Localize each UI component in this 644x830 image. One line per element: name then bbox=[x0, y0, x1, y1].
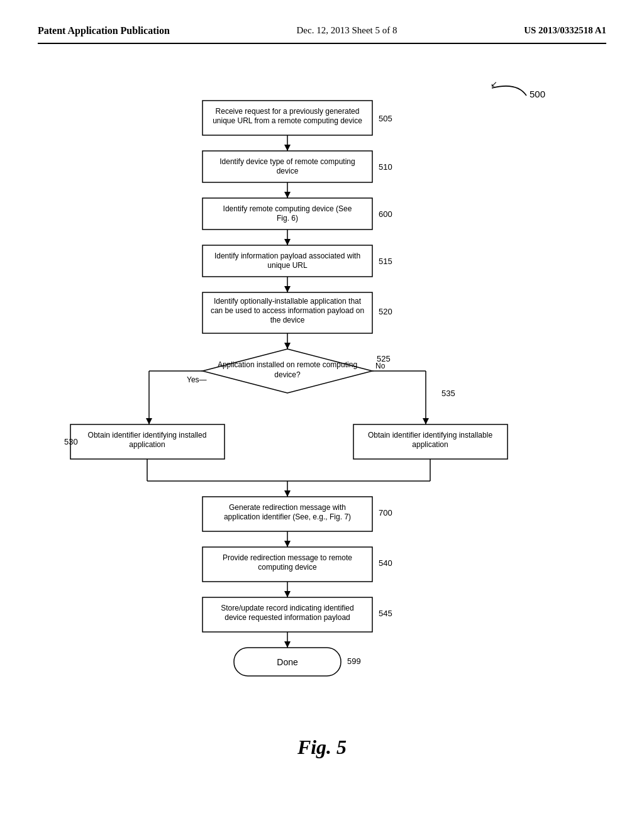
node-520-text1: Identify optionally-installable applicat… bbox=[214, 297, 362, 306]
node-600-label: 600 bbox=[379, 209, 392, 219]
node-510-label: 510 bbox=[379, 162, 392, 172]
node-505-label: 505 bbox=[379, 114, 392, 123]
node-520-label: 520 bbox=[379, 307, 392, 316]
node-530-text2: application bbox=[129, 440, 165, 449]
node-525-text2: device? bbox=[274, 370, 301, 379]
node-540-label: 540 bbox=[379, 558, 392, 568]
page-header: Patent Application Publication Dec. 12, … bbox=[38, 25, 606, 36]
node-599-label: 599 bbox=[347, 656, 361, 666]
yes-label: Yes— bbox=[187, 375, 207, 384]
node-515-label: 515 bbox=[379, 257, 392, 266]
node-520-text2: can be used to access information payloa… bbox=[211, 306, 364, 315]
page: Patent Application Publication Dec. 12, … bbox=[0, 0, 644, 830]
arrow-600-515-head bbox=[284, 239, 291, 245]
node-530-label: 530 bbox=[64, 437, 78, 446]
node-700-text1: Generate redirection message with bbox=[229, 503, 346, 512]
node-700-text2: application identifier (See, e.g., Fig. … bbox=[224, 512, 351, 521]
node-545-text2: device requested information payload bbox=[225, 613, 350, 622]
node-535-text2: application bbox=[412, 440, 448, 449]
arrow-no-head bbox=[423, 418, 429, 424]
node-700-label: 700 bbox=[379, 508, 392, 517]
node-600-text: Identify remote computing device (See bbox=[223, 204, 352, 213]
node-599-text: Done bbox=[277, 657, 298, 667]
arrow-505-510-head bbox=[284, 145, 291, 151]
node-505-text: Receive request for a previously generat… bbox=[216, 107, 360, 116]
diagram-ref-label: 500 bbox=[530, 89, 545, 99]
arrow-545-599-head bbox=[284, 641, 291, 648]
header-title: Patent Application Publication bbox=[38, 25, 170, 36]
node-515-text: Identify information payload associated … bbox=[214, 252, 360, 260]
node-520-text3: the device bbox=[270, 316, 305, 324]
arrow-yes-head bbox=[146, 418, 152, 424]
node-510-text2: device bbox=[277, 167, 299, 175]
arrow-515-520-head bbox=[284, 286, 291, 292]
flowchart-area: 500 ↙ Receive request for a previously g… bbox=[38, 63, 606, 723]
node-530-text1: Obtain identifier identifying installed bbox=[88, 431, 207, 440]
node-535-text1: Obtain identifier identifying installabl… bbox=[368, 431, 492, 440]
header-date-sheet: Dec. 12, 2013 Sheet 5 of 8 bbox=[296, 25, 397, 36]
no-label: No bbox=[375, 362, 386, 370]
arrow-540-545-head bbox=[284, 591, 291, 597]
diagram-ref-arrow-tip: ↙ bbox=[491, 79, 497, 89]
node-540-text2: computing device bbox=[258, 563, 317, 572]
arrow-510-600-head bbox=[284, 192, 291, 198]
node-505-text2: unique URL from a remote computing devic… bbox=[213, 116, 362, 125]
arrow-merge-700-head bbox=[284, 490, 291, 497]
node-600-text2: Fig. 6) bbox=[277, 214, 298, 223]
node-545-label: 545 bbox=[379, 609, 392, 618]
header-patent-number: US 2013/0332518 A1 bbox=[524, 25, 606, 36]
node-545-text1: Store/update record indicating identifie… bbox=[221, 604, 353, 612]
node-540-text1: Provide redirection message to remote bbox=[223, 553, 352, 562]
header-divider bbox=[38, 43, 606, 44]
node-535-ref: 535 bbox=[441, 389, 455, 398]
node-510-text: Identify device type of remote computing bbox=[219, 157, 355, 166]
arrow-520-525-head bbox=[284, 343, 291, 349]
flowchart-svg: 500 ↙ Receive request for a previously g… bbox=[52, 63, 592, 723]
node-515-text2: unique URL bbox=[267, 261, 308, 270]
arrow-700-540-head bbox=[284, 541, 291, 547]
node-525-text1: Application installed on remote computin… bbox=[218, 360, 357, 369]
figure-label: Fig. 5 bbox=[38, 736, 606, 759]
